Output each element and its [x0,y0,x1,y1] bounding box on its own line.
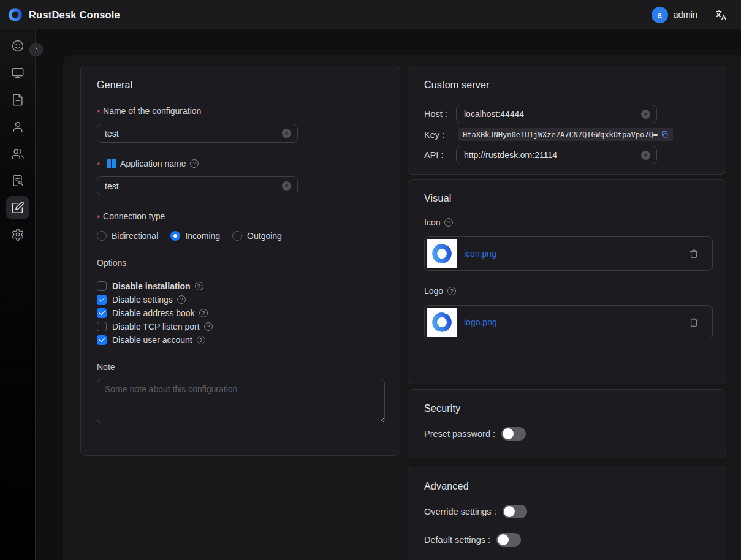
option-disable-tcp-listen-port[interactable]: Disable TCP listen port [97,320,384,333]
icon-label-text: Icon [424,218,440,227]
app-name-label-text: Application name [120,159,186,168]
active-highlight [6,196,29,219]
override-settings-label: Override settings : [424,507,496,516]
key-value-bar: HtaXBkJNHyn0e1U1jWXze7A7CN7QTGWqxkOtpaVp… [458,128,673,141]
security-card: Security Preset password : [408,389,726,458]
checkbox-icon-checked[interactable] [97,335,107,345]
logo-upload-row: logo.png [424,305,713,339]
rustdesk-logo-icon [430,311,454,334]
config-name-input-wrap [97,124,298,143]
topbar: RustDesk Console a admin [0,0,741,29]
icon-thumbnail [427,239,457,268]
copy-icon[interactable] [661,131,669,138]
sidebar-item-audit[interactable] [0,167,36,194]
config-name-label-text: Name of the configuration [103,106,201,116]
config-name-label: * Name of the configuration [97,106,384,116]
checkbox-icon-checked[interactable] [97,295,107,305]
visual-card: Visual Icon icon.png Logo [408,179,726,384]
icon-file-link[interactable]: icon.png [464,249,496,259]
app-name-input-wrap [97,176,298,195]
file-icon [11,93,25,107]
connection-type-label-text: Connection type [103,211,165,221]
sidebar-item-users[interactable] [0,113,36,140]
chevron-right-icon [33,47,40,53]
help-icon[interactable] [444,218,453,227]
preset-password-toggle[interactable] [501,427,526,441]
clear-icon[interactable] [641,151,650,160]
help-icon[interactable] [447,287,456,295]
host-row: Host : [424,105,710,123]
sidebar-item-groups[interactable] [0,140,36,167]
user-menu[interactable]: a admin [652,7,698,23]
visual-title: Visual [424,193,710,204]
sidebar-item-devices[interactable] [0,59,36,86]
radio-icon[interactable] [232,231,242,241]
logo-thumbnail [427,308,457,337]
option-disable-installation[interactable]: Disable installation [97,279,384,293]
radio-bidirectional[interactable]: Bidirectional [97,231,158,241]
option-label: Disable installation [112,281,191,291]
config-name-input[interactable] [105,129,282,138]
clear-icon[interactable] [641,110,650,119]
help-icon[interactable] [197,336,205,344]
checkbox-icon[interactable] [97,322,107,331]
override-settings-toggle[interactable] [503,505,527,518]
windows-icon [107,159,116,168]
sidebar-expand-button[interactable] [29,43,43,56]
option-label: Disable address book [112,308,195,318]
option-disable-user-account[interactable]: Disable user account [97,333,384,347]
app-name-label: * Application name [97,159,384,168]
option-disable-settings[interactable]: Disable settings [97,293,384,306]
users-icon [11,147,25,161]
logo-file-link[interactable]: logo.png [464,317,497,327]
api-input[interactable] [464,150,641,160]
option-label: Disable settings [112,295,173,305]
option-disable-address-book[interactable]: Disable address book [97,306,384,320]
app-name-input[interactable] [105,181,282,191]
app-title: RustDesk Console [29,9,120,21]
api-label: API : [424,150,456,160]
default-settings-toggle[interactable] [496,533,521,547]
brand[interactable]: RustDesk Console [7,7,120,23]
avatar[interactable]: a [652,7,668,23]
radio-icon[interactable] [97,231,107,241]
translate-icon[interactable] [715,9,728,21]
help-icon[interactable] [177,295,186,304]
clear-icon[interactable] [282,181,291,191]
sidebar-item-settings[interactable] [0,221,36,248]
help-icon[interactable] [195,282,203,290]
radio-outgoing[interactable]: Outgoing [232,231,282,241]
help-icon[interactable] [199,309,208,317]
icon-upload-row: icon.png [424,236,713,271]
general-card: General * Name of the configuration * [80,66,400,456]
radio-incoming[interactable]: Incoming [170,231,220,241]
help-icon[interactable] [190,159,199,168]
note-label: Note [97,362,384,372]
preset-password-label: Preset password : [424,429,495,439]
trash-icon[interactable] [689,249,699,259]
checkbox-icon-checked[interactable] [97,308,107,318]
host-input[interactable] [464,109,641,119]
clear-icon[interactable] [282,129,291,138]
checkbox-icon[interactable] [97,281,107,291]
preset-password-row: Preset password : [424,427,710,441]
general-title: General [97,80,384,91]
sidebar-item-custom-client[interactable] [0,194,36,221]
rustdesk-console-screen: RustDesk Console a admin [0,0,741,560]
key-value: HtaXBkJNHyn0e1U1jWXze7A7CN7QTGWqxkOtpaVp… [463,131,658,139]
rustdesk-logo-icon [7,7,23,23]
api-row: API : [424,146,710,164]
host-input-wrap [456,105,657,123]
icon-label: Icon [424,218,710,227]
audit-log-icon [11,174,25,187]
key-row: Key : HtaXBkJNHyn0e1U1jWXze7A7CN7QTGWqxk… [424,128,710,141]
trash-icon[interactable] [689,317,699,327]
gear-icon [11,228,25,241]
radio-icon-checked[interactable] [170,231,180,241]
option-label: Disable user account [112,335,192,345]
advanced-card: Advanced Override settings : Default set… [408,467,726,560]
note-textarea[interactable] [97,379,385,423]
required-asterisk: * [97,213,100,222]
help-icon[interactable] [204,322,213,331]
sidebar-item-logs[interactable] [0,86,36,113]
